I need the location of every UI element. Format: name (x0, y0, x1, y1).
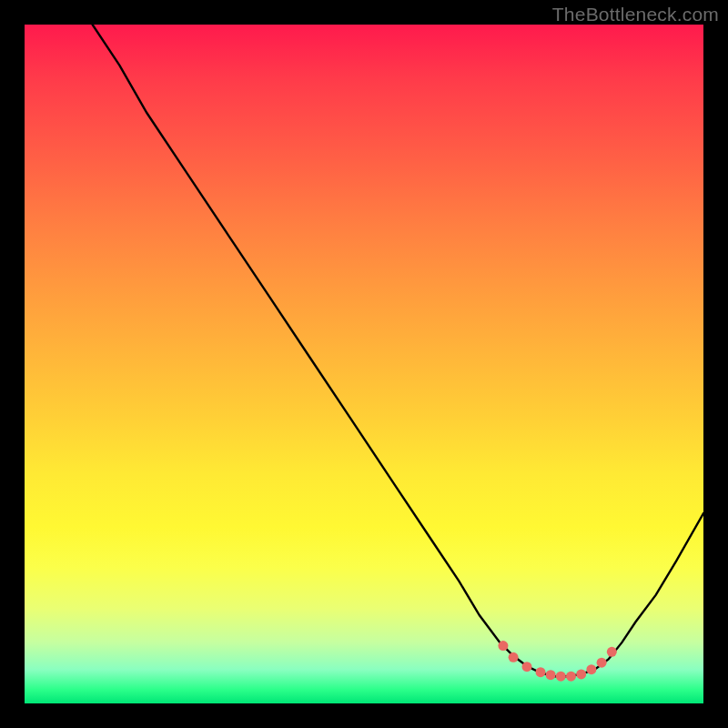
watermark-text: TheBottleneck.com (552, 4, 719, 25)
valley-marker (509, 652, 519, 662)
valley-marker (498, 641, 508, 651)
valley-marker (546, 670, 556, 680)
valley-marker (607, 647, 617, 657)
valley-marker (536, 667, 546, 677)
valley-markers (498, 641, 616, 682)
valley-marker (586, 664, 596, 674)
chart-svg (25, 25, 703, 703)
valley-marker (522, 662, 532, 672)
valley-marker (556, 672, 566, 682)
chart-frame: TheBottleneck.com (0, 0, 728, 728)
valley-marker (566, 672, 576, 682)
bottleneck-curve (93, 25, 703, 676)
valley-marker (576, 669, 586, 679)
plot-area (25, 25, 703, 703)
valley-marker (597, 658, 607, 668)
